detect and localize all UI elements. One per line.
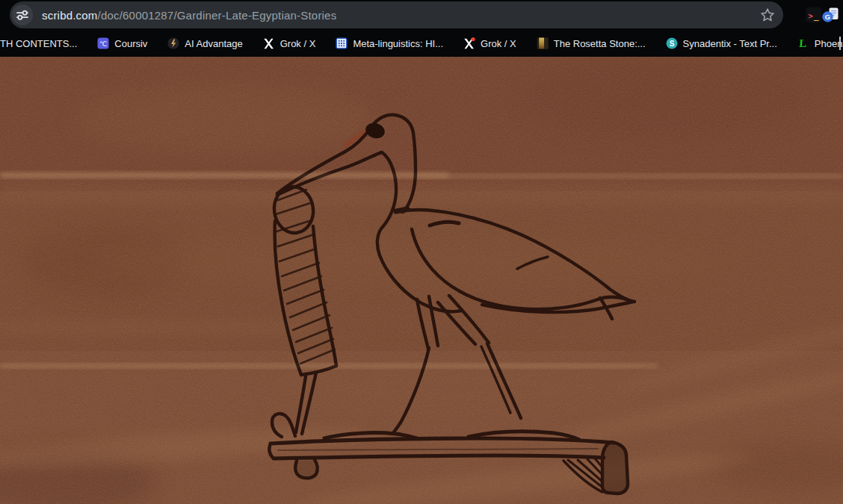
terminal-icon: > _ [806,7,822,23]
tab-strip-edge-bar [839,37,841,50]
ibis-hieroglyph-artwork [0,57,843,504]
table-grid-icon [336,37,348,49]
bookmark-star-button[interactable] [760,7,775,22]
svg-text:>: > [809,11,813,20]
url-domain: scribd.com [42,9,98,22]
star-icon [760,7,775,22]
svg-text:℃: ℃ [99,40,107,48]
translate-icon: G [822,6,840,24]
bookmark-grok-x-2[interactable]: Grok / X [463,37,516,49]
coursiv-icon: ℃ [97,37,109,49]
phoenician-letter-icon: L [797,37,809,49]
x-logo-notification-icon [463,37,475,49]
tune-icon [12,4,33,25]
url-path: /doc/60001287/Gardiner-Late-Egyptian-Sto… [98,9,337,22]
bookmark-label: Coursiv [114,38,147,49]
browser-topbar: scribd.com/doc/60001287/Gardiner-Late-Eg… [0,0,843,30]
extension-terminal-button[interactable]: > _ [806,7,822,23]
bookmark-meta-linguistics[interactable]: Meta-linguistics: HI... [336,37,443,49]
bookmark-th-contents[interactable]: TH CONTENTS... [0,38,77,49]
stone-photo-icon [537,37,549,49]
bookmark-rosetta-stone[interactable]: The Rosetta Stone:... [537,37,646,49]
svg-text:G: G [825,13,830,21]
x-logo-icon [263,37,275,49]
extension-translate-button[interactable]: G [822,6,839,22]
bookmark-label: AI Advantage [185,38,242,49]
bookmark-label: Grok / X [481,38,516,49]
bookmarks-bar: TH CONTENTS... ℃ Coursiv AI Advantage [0,30,843,57]
bookmark-grok-x-1[interactable]: Grok / X [263,37,316,49]
document-page-image[interactable] [0,57,843,504]
bookmark-label: The Rosetta Stone:... [554,38,646,49]
url-text[interactable]: scribd.com/doc/60001287/Gardiner-Late-Eg… [42,9,336,22]
bookmark-label: TH CONTENTS... [0,38,77,49]
svg-text:_: _ [814,11,819,21]
svg-text:L: L [799,38,807,49]
bookmark-ai-advantage[interactable]: AI Advantage [167,37,242,49]
bookmark-coursiv[interactable]: ℃ Coursiv [97,37,147,49]
browser-window: scribd.com/doc/60001287/Gardiner-Late-Eg… [0,0,843,504]
bookmark-phoenician-keyboard[interactable]: L Phoenician Keyboa... [797,37,843,49]
svg-text:S: S [669,40,674,48]
site-settings-button[interactable] [12,4,33,25]
lightning-bolt-icon [167,37,179,49]
synadentix-icon: S [666,37,678,49]
bookmark-synadentix[interactable]: S Synadentix - Text Pr... [666,37,777,49]
bookmark-label: Synadentix - Text Pr... [683,38,777,49]
bookmark-label: Grok / X [280,38,316,49]
bookmark-label: Meta-linguistics: HI... [353,38,443,49]
address-bar[interactable]: scribd.com/doc/60001287/Gardiner-Late-Eg… [10,1,783,28]
